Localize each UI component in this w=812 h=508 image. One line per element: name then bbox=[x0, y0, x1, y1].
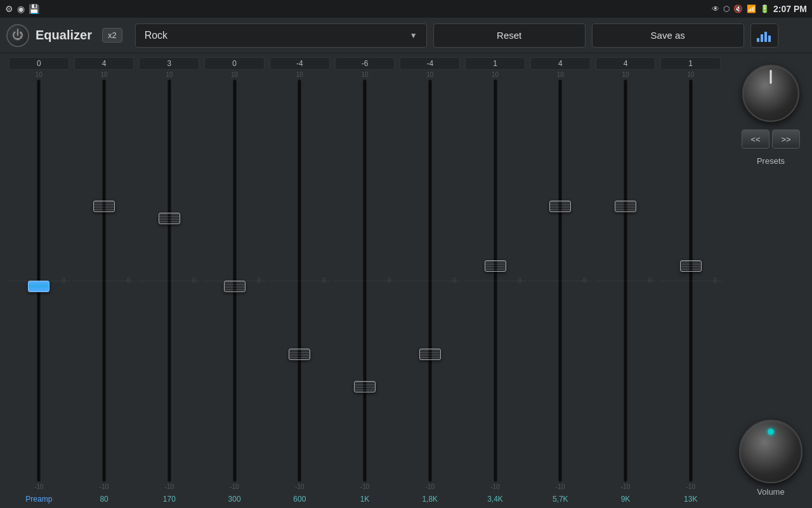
band-label-b170: 170 bbox=[138, 495, 200, 504]
slider-handle-b5k7[interactable] bbox=[549, 201, 571, 212]
zero-scale-label: 0 bbox=[127, 277, 131, 284]
treble-knob[interactable] bbox=[742, 65, 799, 122]
slider-track-b170[interactable] bbox=[167, 79, 171, 482]
band-label-b1k8: 1,8K bbox=[398, 495, 461, 504]
band-label-b600: 600 bbox=[268, 495, 331, 504]
band-value-b13k: 1 bbox=[660, 57, 721, 70]
band-col-b5k7: 100-10 bbox=[529, 71, 592, 490]
band-label-b80: 80 bbox=[73, 495, 136, 504]
slider-track-b1k8[interactable] bbox=[428, 79, 432, 482]
slider-handle-b170[interactable] bbox=[159, 213, 180, 224]
slider-track-b5k7[interactable] bbox=[558, 79, 562, 482]
slider-handle-preamp[interactable] bbox=[28, 281, 49, 292]
band-label-preamp: Preamp bbox=[8, 495, 70, 504]
status-bar: ⚙ ◉ 💾 👁 ⬡ 🔇 📶 🔋 2:07 PM bbox=[0, 0, 812, 18]
slider-handle-b600[interactable] bbox=[289, 349, 310, 360]
volume-indicator bbox=[768, 429, 774, 435]
mute-icon: 🔇 bbox=[733, 4, 743, 13]
band-col-b9k: 100-10 bbox=[594, 71, 657, 490]
slider-track-preamp[interactable] bbox=[37, 79, 41, 482]
status-icons-left: ⚙ ◉ 💾 bbox=[5, 4, 39, 14]
svg-rect-2 bbox=[764, 32, 767, 42]
zero-scale-label: 0 bbox=[583, 277, 587, 284]
band-label-b3k4: 3,4K bbox=[464, 495, 527, 504]
band-value-b9k: 4 bbox=[596, 57, 656, 70]
zero-scale-label: 0 bbox=[453, 277, 457, 284]
value-row: 0430-4-6-41441 bbox=[3, 53, 727, 71]
zero-scale-label: 0 bbox=[322, 277, 326, 284]
knob-indicator bbox=[770, 70, 772, 84]
reset-button[interactable]: Reset bbox=[433, 23, 586, 48]
zero-scale-label: 0 bbox=[62, 277, 65, 284]
preset-nav: << >> bbox=[742, 130, 800, 149]
chart-icon bbox=[756, 28, 773, 43]
scale-bot-b5k7: -10 bbox=[556, 483, 565, 490]
save-icon: 💾 bbox=[29, 4, 39, 14]
band-value-b1k: -6 bbox=[335, 57, 395, 70]
slider-track-b300[interactable] bbox=[233, 79, 237, 482]
band-col-b80: 100-10 bbox=[73, 71, 136, 490]
scale-bot-b3k4: -10 bbox=[490, 483, 499, 490]
slider-track-b13k[interactable] bbox=[689, 79, 693, 482]
scale-bot-b13k: -10 bbox=[686, 483, 695, 490]
slider-track-b80[interactable] bbox=[102, 79, 106, 482]
zero-scale-label: 0 bbox=[192, 277, 196, 284]
prev-preset-button[interactable]: << bbox=[742, 130, 769, 149]
zero-scale-label: 0 bbox=[648, 277, 652, 284]
save-as-button[interactable]: Save as bbox=[592, 23, 744, 48]
scale-bot-b1k: -10 bbox=[360, 483, 369, 490]
scale-top-b9k: 10 bbox=[622, 71, 629, 78]
scale-top-b300: 10 bbox=[231, 71, 238, 78]
slider-handle-b300[interactable] bbox=[224, 281, 246, 292]
slider-track-b600[interactable] bbox=[298, 79, 301, 482]
scale-top-b5k7: 10 bbox=[557, 71, 564, 78]
band-label-b5k7: 5,7K bbox=[529, 495, 592, 504]
band-value-b80: 4 bbox=[74, 57, 134, 70]
volume-knob[interactable] bbox=[739, 420, 802, 483]
band-value-b170: 3 bbox=[139, 57, 199, 70]
scale-bot-b300: -10 bbox=[230, 483, 239, 490]
slider-track-b9k[interactable] bbox=[624, 79, 627, 482]
slider-track-b1k[interactable] bbox=[363, 79, 367, 482]
time-display: 2:07 PM bbox=[773, 4, 807, 14]
next-preset-button[interactable]: >> bbox=[772, 130, 800, 149]
scale-bot-b170: -10 bbox=[165, 483, 174, 490]
band-label-b9k: 9K bbox=[594, 495, 657, 504]
chart-button[interactable] bbox=[750, 23, 778, 48]
band-col-preamp: 100-10 bbox=[8, 71, 70, 490]
bluetooth-icon: ⬡ bbox=[723, 4, 730, 13]
band-label-b1k: 1K bbox=[334, 495, 396, 504]
battery-icon: 🔋 bbox=[760, 4, 769, 13]
slider-track-b3k4[interactable] bbox=[494, 79, 497, 482]
band-col-b13k: 100-10 bbox=[659, 71, 722, 490]
scale-top-b1k: 10 bbox=[361, 71, 368, 78]
wifi-icon: 📶 bbox=[747, 4, 756, 13]
treble-knob-container bbox=[742, 65, 799, 122]
slider-handle-b1k8[interactable] bbox=[419, 349, 441, 360]
zero-scale-label: 0 bbox=[257, 277, 261, 284]
slider-handle-b3k4[interactable] bbox=[485, 260, 506, 272]
eye-icon: 👁 bbox=[712, 4, 719, 13]
slider-handle-b80[interactable] bbox=[93, 201, 115, 212]
scale-top-b80: 10 bbox=[101, 71, 108, 78]
x2-badge[interactable]: x2 bbox=[102, 28, 122, 43]
usb-icon: ⚙ bbox=[5, 4, 13, 14]
zero-scale-label: 0 bbox=[388, 277, 391, 284]
band-label-b300: 300 bbox=[203, 495, 266, 504]
slider-handle-b9k[interactable] bbox=[615, 201, 636, 212]
slider-handle-b13k[interactable] bbox=[680, 260, 702, 272]
chevron-down-icon: ▼ bbox=[410, 31, 417, 40]
band-value-b1k8: -4 bbox=[400, 57, 460, 70]
presets-label: Presets bbox=[757, 156, 785, 166]
band-col-b170: 100-10 bbox=[138, 71, 200, 490]
power-icon: ⏻ bbox=[12, 29, 23, 42]
scale-bot-b1k8: -10 bbox=[426, 483, 435, 490]
scale-bot-b600: -10 bbox=[295, 483, 304, 490]
status-right: 👁 ⬡ 🔇 📶 🔋 2:07 PM bbox=[712, 4, 807, 14]
power-button[interactable]: ⏻ bbox=[6, 24, 29, 47]
preset-dropdown[interactable]: Rock ▼ bbox=[135, 23, 427, 48]
slider-handle-b1k[interactable] bbox=[354, 381, 376, 392]
band-col-b600: 100-10 bbox=[268, 71, 331, 490]
svg-rect-1 bbox=[761, 34, 763, 42]
scale-top-b3k4: 10 bbox=[492, 71, 499, 78]
